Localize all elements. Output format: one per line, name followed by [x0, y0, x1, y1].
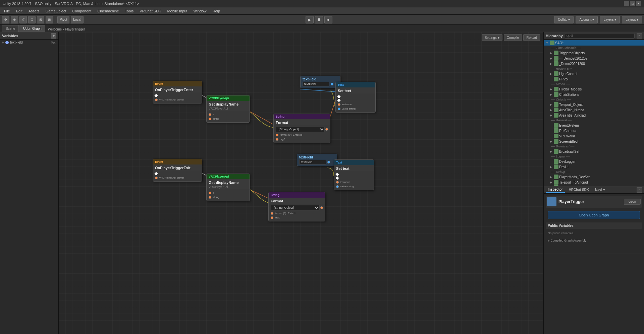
tab-scene[interactable]: Scene: [2, 25, 19, 32]
hierarchy-item-lightcontrol[interactable]: ▶ LightControl: [544, 71, 644, 76]
format-dropdown-2[interactable]: {String_Object}: [271, 205, 320, 210]
node-body-settext-2: instance value string: [334, 171, 374, 190]
variable-textfield[interactable]: ▶ textField Text: [0, 40, 58, 45]
menu-mobileinput[interactable]: Mobile Input: [164, 8, 190, 14]
node-set-text-1[interactable]: Text Set text instance value string: [335, 82, 376, 113]
window-controls[interactable]: ─ □ ✕: [624, 1, 641, 6]
tool-rect[interactable]: ⊠: [37, 16, 44, 23]
hierarchy-item-triggered[interactable]: ▶ TriggeredObjects: [544, 50, 644, 56]
object-icon: [547, 197, 556, 206]
textfield-input-2[interactable]: [299, 160, 326, 164]
node-get-displayname-1[interactable]: VRCPlayerApi Get displayName VRCPlayerAp…: [206, 95, 250, 123]
hierarchy-item-demo2[interactable]: ▶ _Demo20201208: [544, 61, 644, 66]
hierarchy-sep-general: ---- General ----: [544, 118, 644, 123]
tool-hand[interactable]: ✥: [2, 16, 9, 23]
reload-button[interactable]: Reload: [523, 34, 540, 41]
menu-edit[interactable]: Edit: [13, 8, 25, 14]
menu-cinemachine[interactable]: Cinemachine: [95, 8, 121, 14]
tool-rotate[interactable]: ↺: [19, 16, 27, 23]
collab-button[interactable]: Collab ▾: [554, 16, 574, 23]
hierarchy-item-areatitle-h[interactable]: ▶ AreaTitle_Hiroba: [544, 107, 644, 113]
node-on-player-trigger-exit[interactable]: Event OnPlayerTriggerExit VRCPlayerApi p…: [153, 159, 202, 182]
port-text-1: [331, 83, 333, 85]
local-button[interactable]: Local: [71, 16, 84, 23]
hierarchy-item-ppvol[interactable]: PPVol: [544, 76, 644, 82]
node-format-2[interactable]: String Format {String_Object} format (0)…: [268, 192, 325, 221]
play-button[interactable]: ▶: [306, 16, 314, 23]
add-variable-button[interactable]: +: [51, 33, 56, 39]
menu-tools[interactable]: Tools: [122, 8, 137, 14]
node-label-settext-1: Set text: [336, 87, 375, 93]
hierarchy-item-devlogger[interactable]: DevLogger: [544, 159, 644, 164]
minimize-button[interactable]: ─: [624, 1, 629, 6]
hierarchy-icon-ath: [554, 108, 558, 112]
settings-button[interactable]: Settings ▾: [482, 34, 502, 41]
hierarchy-item-hiroba-models[interactable]: ▶ Hiroba_Models: [544, 86, 644, 92]
hierarchy-item-areatitle-a[interactable]: ▶ AreaTitle_Aincrad: [544, 113, 644, 118]
hierarchy-item-devui[interactable]: ▶ DevUI: [544, 164, 644, 170]
node-header-format-1: String: [274, 114, 330, 119]
tool-transform[interactable]: ⊞: [46, 16, 53, 23]
node-get-displayname-2[interactable]: VRCPlayerApi Get displayName VRCPlayerAp…: [206, 174, 250, 201]
hierarchy-item-teleport-spawn[interactable]: ▶ TeleportSpawnPoint: [544, 185, 644, 186]
node-format-1[interactable]: String Format {String_Object} format (0)…: [273, 114, 330, 143]
tab-navi[interactable]: Navi ▾: [593, 187, 607, 192]
node-header-settext-2: Text: [334, 160, 374, 165]
hierarchy-item-eventsystem[interactable]: EventSystem: [544, 123, 644, 128]
node-on-player-trigger-enter[interactable]: Event OnPlayerTriggerEnter VRCPlayerApi …: [153, 81, 202, 104]
port-dot-format-f2: [271, 212, 273, 215]
tool-scale[interactable]: ⊡: [28, 16, 36, 23]
menu-assets[interactable]: Assets: [26, 8, 42, 14]
tool-move[interactable]: ⊕: [11, 16, 18, 23]
hierarchy-item-teleport-obj[interactable]: ▶ Teleport_Object: [544, 102, 644, 107]
open-object-button[interactable]: Open: [624, 199, 641, 205]
step-button[interactable]: ⏭: [324, 16, 332, 23]
hierarchy-item-vrcworld[interactable]: VRCWorld: [544, 133, 644, 139]
hierarchy-icon-se: [554, 139, 558, 144]
menu-gameobject[interactable]: GameObject: [43, 8, 69, 14]
menu-help[interactable]: Help: [210, 8, 223, 14]
pause-button[interactable]: ⏸: [315, 16, 323, 23]
graph-canvas[interactable]: Settings ▾ Compile Reload Event: [59, 32, 543, 334]
port-dot-flow-in-st1: [337, 95, 341, 98]
open-udon-graph-button[interactable]: Open Udon Graph: [548, 211, 640, 219]
menu-window[interactable]: Window: [191, 8, 209, 14]
node-textfield-2[interactable]: textField: [297, 154, 337, 166]
hierarchy-icon-ppvol: [554, 77, 558, 81]
pivot-button[interactable]: Pivot: [57, 16, 69, 23]
layers-button[interactable]: Layers ▾: [600, 16, 620, 23]
hierarchy-icon-ta: [554, 180, 558, 185]
hierarchy-icon-lc: [554, 71, 558, 76]
hierarchy-item-chairstations[interactable]: ▶ ChairStations: [544, 92, 644, 97]
node-set-text-2[interactable]: Text Set text instance value string: [334, 159, 374, 190]
hierarchy-item-broadcastset[interactable]: ▶ BroadcastSet: [544, 149, 644, 154]
hierarchy-item-refcamera[interactable]: RefCamera: [544, 128, 644, 133]
format-dropdown-1[interactable]: {String_Object}: [276, 127, 325, 132]
tab-vrchat-sdk[interactable]: VRChat SDK: [567, 187, 591, 192]
hierarchy-item-sao[interactable]: ▼ SAO°: [544, 40, 644, 46]
hierarchy-item-playermods[interactable]: ▶ PlayerMods_DevSet: [544, 174, 644, 180]
inspector-options-button[interactable]: ≡: [637, 187, 642, 193]
textfield-input-1[interactable]: [303, 82, 329, 86]
hierarchy-item-teleport-aincrad[interactable]: ▶ Teleport_ToAincrad: [544, 180, 644, 185]
hierarchy-search[interactable]: [565, 33, 635, 39]
maximize-button[interactable]: □: [630, 1, 635, 6]
node-sub-get-2: VRCPlayerApi: [207, 185, 250, 189]
main-layout: Variables + ▶ textField Text Settings ▾ …: [0, 32, 644, 334]
compile-button[interactable]: Compile: [504, 34, 522, 41]
tab-udon-graph[interactable]: Udon Graph: [19, 25, 45, 32]
menu-component[interactable]: Component: [69, 8, 94, 14]
account-button[interactable]: Account ▾: [576, 16, 598, 23]
hierarchy-options-button[interactable]: ≡: [637, 33, 642, 39]
menu-vrchatsdk[interactable]: VRChat SDK: [137, 8, 164, 14]
hierarchy-item-timesched[interactable]: ---- Time Schedule ----: [544, 46, 644, 50]
port-dot-in-1: [209, 113, 211, 116]
menu-file[interactable]: File: [1, 8, 13, 14]
tab-inspector[interactable]: Inspector: [546, 187, 565, 193]
hierarchy-item-screeneffect[interactable]: ▶ ScreenEffect: [544, 139, 644, 144]
hierarchy-icon-pm: [554, 175, 558, 179]
hierarchy-item-demo1[interactable]: ▶ ----Demo20201207: [544, 56, 644, 61]
node-textfield-1[interactable]: textField: [300, 76, 340, 88]
close-button[interactable]: ✕: [636, 1, 641, 6]
layout-button[interactable]: Layout ▾: [622, 16, 642, 23]
